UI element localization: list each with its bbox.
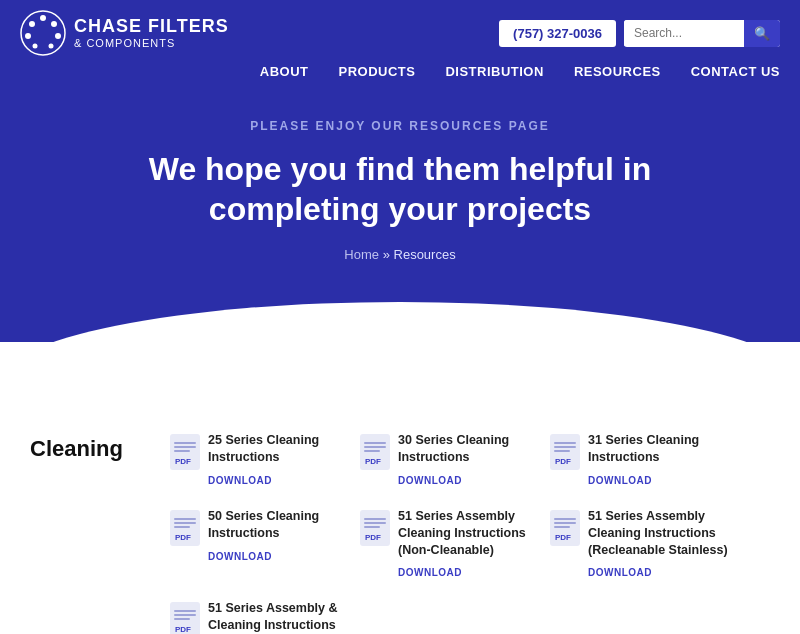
search-button[interactable]: 🔍: [744, 20, 780, 47]
resource-title: 31 Series Cleaning Instructions: [588, 432, 730, 466]
main-nav: ABOUT PRODUCTS DISTRIBUTION RESOURCES CO…: [0, 56, 800, 89]
svg-rect-39: [174, 610, 196, 612]
brand-name-sub: & COMPONENTS: [74, 37, 229, 49]
pdf-icon: PDF: [550, 434, 580, 470]
pdf-icon: PDF: [360, 510, 390, 546]
svg-point-3: [55, 33, 61, 39]
download-link[interactable]: DOWNLOAD: [398, 567, 462, 578]
svg-rect-21: [554, 450, 570, 452]
header-right: (757) 327-0036 🔍: [499, 20, 780, 47]
download-link[interactable]: DOWNLOAD: [208, 551, 272, 562]
svg-text:PDF: PDF: [365, 457, 381, 466]
header-top: CHASE FILTERS & COMPONENTS (757) 327-003…: [0, 0, 800, 56]
phone-button[interactable]: (757) 327-0036: [499, 20, 616, 47]
resource-title: 51 Series Assembly Cleaning Instructions…: [588, 508, 730, 559]
search-input[interactable]: [624, 20, 744, 46]
svg-rect-35: [554, 522, 576, 524]
list-item: PDF 50 Series Cleaning Instructions DOWN…: [170, 508, 350, 581]
list-item: PDF 51 Series Assembly Cleaning Instruct…: [550, 508, 730, 581]
list-item: PDF 25 Series Cleaning Instructions DOWN…: [170, 432, 350, 488]
svg-point-6: [33, 44, 38, 49]
cleaning-items: PDF 25 Series Cleaning Instructions DOWN…: [170, 432, 770, 634]
hero-title: We hope you find them helpful in complet…: [100, 149, 700, 229]
svg-rect-16: [364, 450, 380, 452]
svg-text:PDF: PDF: [555, 457, 571, 466]
svg-rect-30: [364, 522, 386, 524]
breadcrumb-home[interactable]: Home: [344, 247, 379, 262]
svg-rect-9: [174, 442, 196, 444]
svg-text:PDF: PDF: [175, 457, 191, 466]
svg-rect-20: [554, 446, 576, 448]
hero-section: PLEASE ENJOY OUR RESOURCES PAGE We hope …: [0, 89, 800, 342]
svg-rect-36: [554, 526, 570, 528]
svg-rect-25: [174, 522, 196, 524]
svg-point-1: [40, 15, 46, 21]
svg-rect-24: [174, 518, 196, 520]
breadcrumb-current: Resources: [394, 247, 456, 262]
download-link[interactable]: DOWNLOAD: [398, 475, 462, 486]
svg-point-2: [51, 21, 57, 27]
list-item: PDF 31 Series Cleaning Instructions DOWN…: [550, 432, 730, 488]
hero-subheading: PLEASE ENJOY OUR RESOURCES PAGE: [20, 119, 780, 133]
site-header: CHASE FILTERS & COMPONENTS (757) 327-003…: [0, 0, 800, 89]
download-link[interactable]: DOWNLOAD: [588, 567, 652, 578]
search-bar: 🔍: [624, 20, 780, 47]
svg-rect-26: [174, 526, 190, 528]
svg-text:PDF: PDF: [175, 533, 191, 542]
download-link[interactable]: DOWNLOAD: [588, 475, 652, 486]
pdf-icon: PDF: [550, 510, 580, 546]
svg-rect-15: [364, 446, 386, 448]
svg-rect-14: [364, 442, 386, 444]
svg-rect-19: [554, 442, 576, 444]
resource-title: 25 Series Cleaning Instructions: [208, 432, 350, 466]
brand-name-main: CHASE FILTERS: [74, 17, 229, 37]
resource-title: 51 Series Assembly & Cleaning Instructio…: [208, 600, 350, 634]
cleaning-label: Cleaning: [30, 432, 150, 634]
svg-text:PDF: PDF: [555, 533, 571, 542]
svg-point-4: [29, 21, 35, 27]
nav-distribution[interactable]: DISTRIBUTION: [445, 64, 543, 79]
nav-resources[interactable]: RESOURCES: [574, 64, 661, 79]
svg-point-7: [49, 44, 54, 49]
svg-text:PDF: PDF: [175, 625, 191, 634]
svg-rect-40: [174, 614, 196, 616]
pdf-icon: PDF: [170, 602, 200, 634]
pdf-icon: PDF: [170, 434, 200, 470]
logo-text: CHASE FILTERS & COMPONENTS: [74, 17, 229, 49]
resource-title: 30 Series Cleaning Instructions: [398, 432, 540, 466]
breadcrumb-separator: »: [383, 247, 390, 262]
svg-rect-10: [174, 446, 196, 448]
svg-rect-34: [554, 518, 576, 520]
list-item: PDF 30 Series Cleaning Instructions DOWN…: [360, 432, 540, 488]
download-link[interactable]: DOWNLOAD: [208, 475, 272, 486]
main-content: Cleaning PDF 25 Series Cleaning Instruct…: [0, 342, 800, 634]
nav-products[interactable]: PRODUCTS: [338, 64, 415, 79]
list-item: PDF 51 Series Assembly & Cleaning Instru…: [170, 600, 350, 634]
svg-rect-11: [174, 450, 190, 452]
nav-about[interactable]: ABOUT: [260, 64, 309, 79]
logo-area: CHASE FILTERS & COMPONENTS: [20, 10, 229, 56]
cleaning-section: Cleaning PDF 25 Series Cleaning Instruct…: [30, 402, 770, 634]
pdf-icon: PDF: [170, 510, 200, 546]
svg-point-5: [25, 33, 31, 39]
logo-icon: [20, 10, 66, 56]
nav-contact[interactable]: CONTACT US: [691, 64, 780, 79]
breadcrumb: Home » Resources: [20, 247, 780, 262]
pdf-icon: PDF: [360, 434, 390, 470]
svg-rect-29: [364, 518, 386, 520]
svg-rect-41: [174, 618, 190, 620]
svg-text:PDF: PDF: [365, 533, 381, 542]
list-item: PDF 51 Series Assembly Cleaning Instruct…: [360, 508, 540, 581]
svg-rect-31: [364, 526, 380, 528]
resource-title: 51 Series Assembly Cleaning Instructions…: [398, 508, 540, 559]
resource-title: 50 Series Cleaning Instructions: [208, 508, 350, 542]
